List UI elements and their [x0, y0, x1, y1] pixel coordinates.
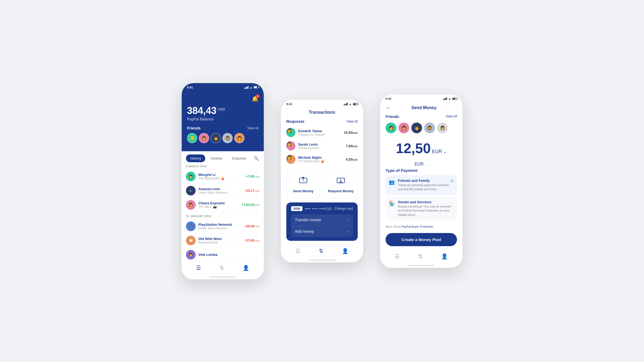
- payment-name-family: Friends and Family: [398, 179, 450, 183]
- tx-item-menghe[interactable]: 👩 Menghe Li "For McDonald's 🍟" +7,90USD: [186, 169, 259, 184]
- buyer-protection-text: More about PayPal Buyer Protection: [380, 222, 462, 231]
- friend-avatar-4[interactable]: 🧔: [222, 133, 233, 143]
- page-title-2: Transactions: [281, 107, 363, 117]
- nav-transfer-icon-2[interactable]: ⇅: [319, 248, 323, 254]
- bell-button[interactable]: 🔔 1: [252, 95, 258, 102]
- send-money-label: Send Money: [293, 189, 314, 193]
- tab-outcome[interactable]: Outcome: [228, 154, 250, 162]
- home-indicator-2: [281, 260, 363, 262]
- send-friend-av-5[interactable]: 👩: [437, 123, 448, 133]
- tx-item-psn[interactable]: 🎮 PlayStation Network Online Store Payme…: [186, 219, 259, 234]
- notification-badge: 1: [256, 94, 259, 98]
- nav-list-icon-3[interactable]: ☰: [395, 253, 400, 260]
- buyer-protection-link[interactable]: PayPal Buyer Protection: [401, 225, 433, 228]
- search-button[interactable]: 🔍: [251, 155, 261, 162]
- amount-currency-label: EUR ⌄: [380, 162, 462, 167]
- nav-transfer-icon-3[interactable]: ⇅: [418, 253, 423, 260]
- back-button[interactable]: ←: [386, 105, 391, 111]
- requests-view-all[interactable]: View All: [346, 120, 358, 123]
- payment-desc-family: These are personal payments between you …: [398, 183, 450, 191]
- tx-avatar-chiara: 👩: [186, 200, 196, 210]
- currency-dropdown[interactable]: ⌄: [443, 149, 447, 154]
- visa-badge: VISA: [291, 206, 302, 211]
- tx-item-oww[interactable]: 🍽️ Old Wild West Restaurant Bill -57,80U…: [186, 234, 259, 248]
- friend-avatar-2[interactable]: 👩: [199, 133, 209, 143]
- nav-profile-icon[interactable]: 👤: [243, 265, 249, 271]
- change-card-button[interactable]: Change card: [334, 207, 353, 210]
- req-info-michela: Michela Niglio "For McDonald's 🍟": [298, 156, 346, 163]
- friends-row-view-all[interactable]: View All: [446, 114, 457, 119]
- tx-info-vela: Vela Lemba: [198, 253, 259, 257]
- home-indicator-3: [380, 265, 462, 268]
- friends-view-all[interactable]: View All: [247, 126, 258, 130]
- notch-1: [207, 83, 239, 89]
- date-header-2: 31 JANUARY 2019: [186, 212, 259, 219]
- battery-icon-1: [254, 86, 258, 88]
- friends-row-header: Friends View All: [380, 113, 462, 120]
- wifi-icon-1: ▲: [250, 86, 253, 89]
- transaction-list: 8 MARCH 2019 👩 Menghe Li "For McDonald's…: [182, 162, 264, 262]
- chevron-right-transfer: ›: [348, 217, 349, 222]
- request-money-icon: [336, 175, 346, 187]
- notification-bell-area: 🔔 1: [187, 95, 258, 102]
- nav-profile-icon-3[interactable]: 👤: [441, 253, 448, 260]
- nav-profile-icon-2[interactable]: 👤: [342, 248, 349, 254]
- tx-info-amazon: Amazon.com Online Store Payment: [198, 187, 244, 194]
- friends-row-title: Friends: [386, 114, 399, 119]
- payment-option-family[interactable]: 👥 Friends and Family These are personal …: [386, 175, 457, 195]
- nav-transfer-icon[interactable]: ⇅: [219, 265, 224, 271]
- tx-item-amazon[interactable]: a. Amazon.com Online Store Payment -33,1…: [186, 184, 259, 198]
- tx-avatar-psn: 🎮: [186, 221, 196, 231]
- phone-dashboard: 9:41 ▲ 🔔 1 384,43USD: [181, 83, 264, 280]
- friend-avatar-3[interactable]: 👨: [211, 133, 221, 143]
- tx-item-chiara[interactable]: 👩 Chiara Esposito "For Nikon 📷" +130,50U…: [186, 198, 259, 212]
- create-money-pool-button[interactable]: Create a Money Pool: [386, 233, 457, 246]
- tx-amount-psn: -59,99USD: [244, 224, 259, 228]
- signal-icon-2: [344, 103, 348, 105]
- chevron-right-add: ›: [348, 229, 349, 234]
- req-name-sarah: Sarah Levis: [298, 142, 346, 146]
- send-friend-av-3[interactable]: 👨: [411, 123, 422, 133]
- tx-sub-menghe: "For McDonald's 🍟": [198, 177, 246, 180]
- requests-section-header: Requests View All: [281, 117, 363, 126]
- send-friend-av-4[interactable]: 🧔: [424, 123, 435, 133]
- balance-amount: 384,43USD: [187, 106, 258, 116]
- bottom-nav-3: ☰ ⇅ 👤: [380, 250, 462, 265]
- transfer-money-action[interactable]: Transfer money ›: [291, 214, 353, 226]
- req-name-kendrik: Kendrik Tamar: [298, 129, 344, 133]
- home-bar-1: [209, 276, 236, 278]
- req-amount-sarah: 7,80USD: [346, 144, 358, 148]
- payment-option-goods[interactable]: 🏪 Goods and Services Buying something? Y…: [386, 197, 457, 220]
- tab-history[interactable]: History: [186, 154, 205, 162]
- tx-info-menghe: Menghe Li "For McDonald's 🍟": [198, 173, 246, 180]
- tx-name-amazon: Amazon.com: [198, 187, 244, 191]
- request-item-michela[interactable]: 👩 Michela Niglio "For McDonald's 🍟" 4,55…: [281, 153, 363, 166]
- send-money-card[interactable]: Send Money: [286, 170, 320, 198]
- tab-income[interactable]: Income: [206, 154, 226, 162]
- tx-sub-oww: Restaurant Bill: [198, 241, 244, 244]
- request-money-label: Request Money: [328, 189, 354, 193]
- tx-info-chiara: Chiara Esposito "For Nikon 📷": [198, 201, 242, 209]
- send-friend-av-2[interactable]: 👩: [398, 123, 409, 133]
- tx-name-menghe: Menghe Li: [198, 173, 246, 177]
- friend-avatar-5[interactable]: 👩: [234, 133, 244, 143]
- bottom-nav-2: ☰ ⇅ 👤: [281, 245, 363, 260]
- friend-avatar-1[interactable]: 😊: [187, 133, 197, 143]
- request-item-kendrik[interactable]: 👩 Kendrik Tamar "Present for George" 15,…: [281, 126, 363, 139]
- tx-item-vela[interactable]: 👩 Vela Lemba: [186, 248, 259, 262]
- add-money-action[interactable]: Add money ›: [291, 226, 353, 237]
- time-3: 9:41: [386, 97, 391, 100]
- request-item-sarah[interactable]: 👩 Sarah Levis "Restaurant bill" 7,80USD: [281, 139, 363, 153]
- send-friend-av-1[interactable]: 👩: [386, 123, 396, 133]
- req-info-sarah: Sarah Levis "Restaurant bill": [298, 142, 346, 150]
- phone-send-money: 9:41 ▲ ← Send Money Friends View All 👩 👩…: [380, 94, 463, 268]
- tx-sub-chiara: "For Nikon 📷": [198, 205, 242, 209]
- amount-number[interactable]: 12,50: [396, 141, 431, 156]
- nav-list-icon-2[interactable]: ☰: [295, 248, 300, 254]
- check-mark-family: ✓: [450, 179, 454, 184]
- payment-type-title: Type of Payment: [386, 168, 457, 173]
- friends-title: Friends: [187, 126, 201, 130]
- nav-list-icon[interactable]: ☰: [196, 265, 201, 271]
- requests-title: Requests: [286, 119, 305, 124]
- request-money-card[interactable]: Request Money: [324, 170, 358, 198]
